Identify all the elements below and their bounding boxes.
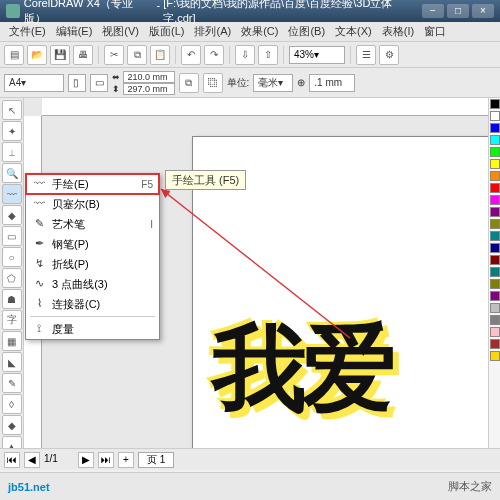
menu-item[interactable]: 视图(V) (97, 24, 144, 39)
freehand-icon: 〰 (32, 177, 46, 191)
orientation-portrait[interactable]: ▯ (68, 74, 86, 92)
prev-page-button[interactable]: ◀ (24, 452, 40, 468)
undo-button[interactable]: ↶ (181, 45, 201, 65)
last-page-button[interactable]: ⏭ (98, 452, 114, 468)
units-combo[interactable]: 毫米 ▾ (253, 74, 293, 92)
color-swatch[interactable] (490, 315, 500, 325)
color-swatch[interactable] (490, 207, 500, 217)
page-tab[interactable]: 页 1 (138, 452, 174, 468)
flyout-item[interactable]: ✎艺术笔I (26, 214, 159, 234)
nudge-field[interactable]: .1 mm (309, 74, 355, 92)
eyedropper-tool[interactable]: ✎ (2, 373, 22, 393)
artwork-text: 我爱 (212, 306, 392, 434)
polygon-tool[interactable]: ⬠ (2, 268, 22, 288)
color-swatch[interactable] (490, 255, 500, 265)
color-swatch[interactable] (490, 327, 500, 337)
color-palette (488, 98, 500, 448)
next-page-button[interactable]: ▶ (78, 452, 94, 468)
outline-tool[interactable]: ◊ (2, 394, 22, 414)
dup-pages-icon[interactable]: ⧉ (179, 73, 199, 93)
table-tool[interactable]: ▦ (2, 331, 22, 351)
new-button[interactable]: ▤ (4, 45, 24, 65)
flyout-item[interactable]: 〰贝塞尔(B) (26, 194, 159, 214)
fill-tool[interactable]: ◆ (2, 415, 22, 435)
menu-item[interactable]: 窗口 (419, 24, 451, 39)
freehand-tool[interactable]: 〰 (2, 184, 22, 204)
ellipse-tool[interactable]: ○ (2, 247, 22, 267)
cut-button[interactable]: ✂ (104, 45, 124, 65)
flyout-item[interactable]: ✒钢笔(P) (26, 234, 159, 254)
menu-item[interactable]: 效果(C) (236, 24, 283, 39)
flyout-item[interactable]: ⌇连接器(C) (26, 294, 159, 314)
color-swatch[interactable] (490, 219, 500, 229)
facing-pages-icon[interactable]: ⿻ (203, 73, 223, 93)
flyout-item-label: 钢笔(P) (52, 237, 89, 252)
snap-button[interactable]: ☰ (356, 45, 376, 65)
redo-button[interactable]: ↷ (204, 45, 224, 65)
print-button[interactable]: 🖶 (73, 45, 93, 65)
flyout-item-label: 贝塞尔(B) (52, 197, 100, 212)
menu-item[interactable]: 位图(B) (283, 24, 330, 39)
menu-item[interactable]: 版面(L) (144, 24, 189, 39)
color-swatch[interactable] (490, 279, 500, 289)
menu-item[interactable]: 编辑(E) (51, 24, 98, 39)
color-swatch[interactable] (490, 99, 500, 109)
interactive-tool[interactable]: ◣ (2, 352, 22, 372)
color-swatch[interactable] (490, 267, 500, 277)
color-swatch[interactable] (490, 243, 500, 253)
close-button[interactable]: × (472, 4, 494, 18)
maximize-button[interactable]: □ (447, 4, 469, 18)
orientation-landscape[interactable]: ▭ (90, 74, 108, 92)
color-swatch[interactable] (490, 183, 500, 193)
menu-item[interactable]: 表格(I) (377, 24, 419, 39)
first-page-button[interactable]: ⏮ (4, 452, 20, 468)
flyout-item[interactable]: ⟟度量 (26, 319, 159, 339)
color-swatch[interactable] (490, 231, 500, 241)
color-swatch[interactable] (490, 123, 500, 133)
titlebar: CorelDRAW X4（专业版） - [F:\我的文档\我的源作品\百度\百度… (0, 0, 500, 22)
zoom-tool[interactable]: 🔍 (2, 163, 22, 183)
copy-button[interactable]: ⧉ (127, 45, 147, 65)
pick-tool[interactable]: ↖ (2, 100, 22, 120)
tool-icon: 〰 (32, 197, 46, 211)
crop-tool[interactable]: ⟂ (2, 142, 22, 162)
standard-toolbar: ▤ 📂 💾 🖶 ✂ ⧉ 📋 ↶ ↷ ⇩ ⇧ 43% ▾ ☰ ⚙ (0, 42, 500, 68)
color-swatch[interactable] (490, 135, 500, 145)
page-height-field[interactable]: 297.0 mm (123, 83, 175, 95)
color-swatch[interactable] (490, 195, 500, 205)
save-button[interactable]: 💾 (50, 45, 70, 65)
page-navigator: ⏮ ◀ 1/1 ▶ ⏭ + 页 1 (0, 448, 500, 470)
color-swatch[interactable] (490, 171, 500, 181)
open-button[interactable]: 📂 (27, 45, 47, 65)
paper-size-combo[interactable]: A4 ▾ (4, 74, 64, 92)
color-swatch[interactable] (490, 291, 500, 301)
tooltip: 手绘工具 (F5) (165, 170, 246, 190)
rectangle-tool[interactable]: ▭ (2, 226, 22, 246)
shape-tool[interactable]: ✦ (2, 121, 22, 141)
basic-shapes-tool[interactable]: ☗ (2, 289, 22, 309)
smart-fill-tool[interactable]: ◆ (2, 205, 22, 225)
import-button[interactable]: ⇩ (235, 45, 255, 65)
text-tool[interactable]: 字 (2, 310, 22, 330)
color-swatch[interactable] (490, 159, 500, 169)
add-page-button[interactable]: + (118, 452, 134, 468)
page-width-field[interactable]: 210.0 mm (123, 71, 175, 83)
minimize-button[interactable]: − (422, 4, 444, 18)
zoom-combo[interactable]: 43% ▾ (289, 46, 345, 64)
color-swatch[interactable] (490, 303, 500, 313)
export-button[interactable]: ⇧ (258, 45, 278, 65)
paste-button[interactable]: 📋 (150, 45, 170, 65)
flyout-header[interactable]: 〰 手绘(E) F5 (26, 174, 159, 194)
menu-item[interactable]: 排列(A) (189, 24, 236, 39)
menu-item[interactable]: 文本(X) (330, 24, 377, 39)
color-swatch[interactable] (490, 147, 500, 157)
options-button[interactable]: ⚙ (379, 45, 399, 65)
units-label: 单位: (227, 76, 250, 90)
flyout-item[interactable]: ∿3 点曲线(3) (26, 274, 159, 294)
color-swatch[interactable] (490, 351, 500, 361)
flyout-item[interactable]: ↯折线(P) (26, 254, 159, 274)
color-swatch[interactable] (490, 339, 500, 349)
menu-item[interactable]: 文件(E) (4, 24, 51, 39)
color-swatch[interactable] (490, 111, 500, 121)
tool-icon: ⌇ (32, 297, 46, 311)
